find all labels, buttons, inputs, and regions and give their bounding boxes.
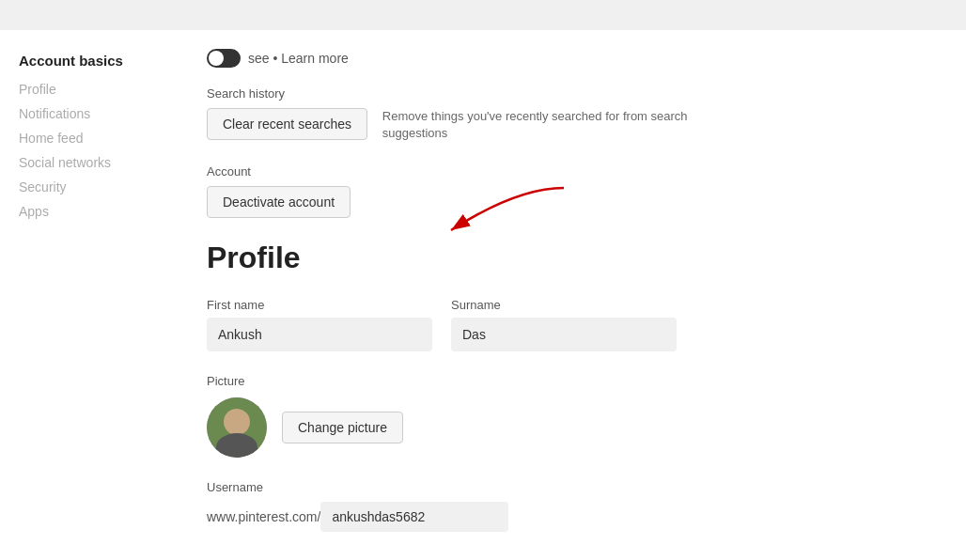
sidebar-item-profile[interactable]: Profile xyxy=(19,82,169,97)
account-label: Account xyxy=(207,164,947,179)
red-arrow xyxy=(423,179,573,247)
sidebar-item-apps[interactable]: Apps xyxy=(19,204,169,219)
avatar-head xyxy=(224,409,250,435)
first-name-label: First name xyxy=(207,298,432,312)
sidebar-item-security[interactable]: Security xyxy=(19,179,169,194)
username-prefix: www.pinterest.com/ xyxy=(207,509,320,524)
sidebar-item-notifications[interactable]: Notifications xyxy=(19,106,169,121)
username-section: Username www.pinterest.com/ xyxy=(207,480,947,532)
toggle-knob xyxy=(209,51,224,66)
surname-input[interactable] xyxy=(451,318,677,351)
search-history-label: Search history xyxy=(207,86,947,101)
toggle-icon[interactable] xyxy=(207,49,241,68)
avatar xyxy=(207,397,267,458)
deactivate-account-button[interactable]: Deactivate account xyxy=(207,186,351,218)
username-label: Username xyxy=(207,480,947,494)
profile-title: Profile xyxy=(207,241,947,275)
avatar-body xyxy=(216,433,257,458)
top-partial-row: see • Learn more xyxy=(207,49,947,68)
account-section: Account Deactivate account xyxy=(207,164,947,218)
surname-label: Surname xyxy=(451,298,677,312)
search-history-hint: Remove things you've recently searched f… xyxy=(382,108,702,142)
search-history-section: Search history Clear recent searches Rem… xyxy=(207,86,947,142)
change-picture-button[interactable]: Change picture xyxy=(282,412,403,443)
top-bar xyxy=(0,0,966,30)
first-name-input[interactable] xyxy=(207,318,432,351)
picture-section: Picture Change picture xyxy=(207,374,947,458)
main-content: see • Learn more Search history Clear re… xyxy=(169,49,947,554)
sidebar-item-social-networks[interactable]: Social networks xyxy=(19,155,169,170)
sidebar: Account basics Profile Notifications Hom… xyxy=(19,49,169,554)
clear-recent-searches-button[interactable]: Clear recent searches xyxy=(207,108,367,140)
name-row: First name Surname xyxy=(207,298,947,351)
sidebar-item-home-feed[interactable]: Home feed xyxy=(19,131,169,146)
avatar-person xyxy=(207,397,267,458)
profile-section: Profile First name Surname Picture xyxy=(207,241,947,532)
first-name-field: First name xyxy=(207,298,432,351)
top-partial-text: see • Learn more xyxy=(248,51,349,66)
username-row: www.pinterest.com/ xyxy=(207,502,947,532)
picture-row: Change picture xyxy=(207,397,947,458)
sidebar-heading: Account basics xyxy=(19,53,169,69)
username-input[interactable] xyxy=(320,502,508,532)
picture-label: Picture xyxy=(207,374,947,388)
surname-field: Surname xyxy=(451,298,677,351)
